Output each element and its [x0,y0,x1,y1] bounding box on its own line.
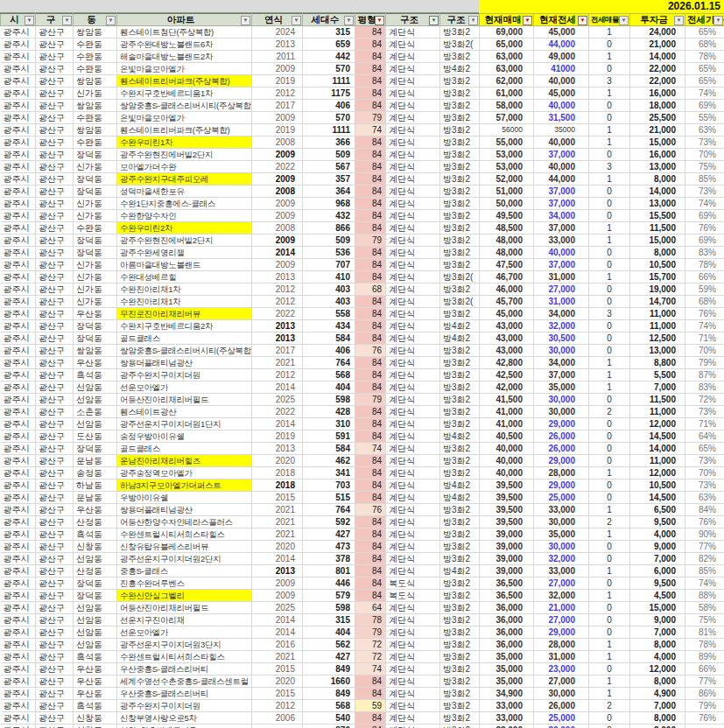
cell-cnt[interactable]: 2 [589,516,630,528]
cell-st2[interactable]: 방3화2 [440,124,480,136]
cell-st2[interactable]: 방3화2 [440,100,480,112]
cell-dong[interactable]: 장덕동 [74,590,117,602]
cell-dong[interactable]: 송정동 [74,467,117,480]
cell-si[interactable]: 광주시 [1,210,36,222]
cell-st1[interactable]: 계단식 [386,161,440,173]
cell-size[interactable]: 84 [355,430,386,443]
cell-size[interactable]: 84 [355,186,386,198]
cell-gu[interactable]: 광산구 [36,149,74,161]
cell-jeonse[interactable]: 29,000 [534,480,589,492]
cell-apt[interactable]: 선운지구진아리채 [117,614,252,626]
cell-rate[interactable]: 75% [685,161,724,173]
cell-cnt[interactable]: 1 [589,136,630,149]
cell-size[interactable]: 84 [355,51,386,63]
cell-si[interactable]: 광주시 [1,75,36,88]
cell-st1[interactable]: 계단식 [386,700,440,712]
cell-dong[interactable]: 신창동 [74,724,117,728]
filter-dropdown-icon[interactable]: ▼ [106,16,116,25]
cell-si[interactable]: 광주시 [1,626,36,639]
cell-st1[interactable]: 계단식 [386,443,440,455]
filter-dropdown-icon[interactable]: ▼ [713,16,723,25]
cell-st2[interactable]: 방4화2 [440,492,480,504]
cell-si[interactable]: 광주시 [1,357,36,369]
cell-rate[interactable]: 70% [685,345,724,357]
cell-st2[interactable]: 방3화2 [440,467,480,480]
cell-inv[interactable]: 13,000 [630,161,685,173]
cell-st2[interactable]: 방3화2 [440,626,480,639]
cell-rate[interactable]: 85% [685,565,724,578]
cell-rate[interactable]: 73% [685,186,724,198]
cell-si[interactable]: 광주시 [1,136,36,149]
cell-sale[interactable]: 48,000 [480,247,534,259]
cell-rate[interactable]: 69% [685,100,724,112]
cell-sale[interactable]: 45,000 [480,308,534,320]
cell-cnt[interactable]: 1 [589,51,630,63]
cell-size[interactable]: 84 [355,455,386,467]
cell-units[interactable]: 406 [303,345,355,357]
column-header-year[interactable]: 연식▼ [252,14,303,26]
cell-inv[interactable]: 8,000 [630,639,685,651]
cell-jeonse[interactable]: 44,000 [534,38,589,51]
cell-size[interactable]: 79 [355,234,386,247]
cell-size[interactable]: 84 [355,332,386,345]
column-header-dong[interactable]: 동▼ [74,14,117,26]
cell-gu[interactable]: 광산구 [36,38,74,51]
cell-jeonse[interactable]: 27,000 [534,676,589,688]
cell-st1[interactable]: 계단식 [386,516,440,528]
cell-inv[interactable]: 15,000 [630,136,685,149]
column-header-gu[interactable]: 구▼ [36,14,74,26]
cell-jeonse[interactable]: 37,000 [534,198,589,210]
cell-jeonse[interactable]: 35,000 [534,382,589,394]
cell-apt[interactable]: 모아엘가더수완 [117,161,252,173]
cell-jeonse[interactable]: 40,000 [534,247,589,259]
cell-st2[interactable]: 방3화2 [440,590,480,602]
cell-units[interactable]: 801 [303,565,355,578]
cell-dong[interactable]: 선암동 [74,418,117,430]
cell-units[interactable]: 341 [303,467,355,480]
cell-jeonse[interactable]: 40,000 [534,75,589,88]
cell-st2[interactable]: 방3화2 [440,26,480,38]
cell-st1[interactable]: 계단식 [386,234,440,247]
cell-inv[interactable]: 19,000 [630,284,685,296]
cell-si[interactable]: 광주시 [1,308,36,320]
cell-rate[interactable]: 76% [685,712,724,724]
cell-units[interactable]: 570 [303,112,355,124]
cell-size[interactable]: 84 [355,553,386,565]
cell-si[interactable]: 광주시 [1,492,36,504]
cell-year[interactable]: 2013 [252,320,303,332]
cell-sale[interactable]: 39,500 [480,504,534,516]
cell-st2[interactable]: 방3화2 [440,418,480,430]
cell-jeonse[interactable]: 30,000 [534,541,589,553]
cell-inv[interactable]: 11,500 [630,394,685,406]
cell-inv[interactable]: 11,000 [630,406,685,418]
cell-inv[interactable]: 13,000 [630,345,685,357]
cell-units[interactable]: 591 [303,430,355,443]
cell-si[interactable]: 광주시 [1,590,36,602]
cell-units[interactable]: 509 [303,234,355,247]
filter-dropdown-icon[interactable]: ▼ [468,16,478,25]
cell-st2[interactable]: 방3화2 [440,688,480,700]
column-header-cnt[interactable]: 전세매물수▼ [589,14,630,26]
cell-inv[interactable]: 4,900 [630,688,685,700]
cell-st1[interactable]: 계단식 [386,528,440,541]
cell-st1[interactable]: 계단식 [386,259,440,271]
cell-jeonse[interactable]: 45,000 [534,88,589,100]
cell-year[interactable]: 2024 [252,26,303,38]
cell-si[interactable]: 광주시 [1,614,36,626]
cell-rate[interactable]: 79% [685,700,724,712]
cell-size[interactable]: 64 [355,602,386,614]
cell-gu[interactable]: 광산구 [36,222,74,234]
cell-apt[interactable]: 우산중흥S-클래스리버티 [117,663,252,676]
cell-sale[interactable]: 56000 [480,124,534,136]
cell-units[interactable]: 866 [303,222,355,234]
cell-si[interactable]: 광주시 [1,504,36,516]
cell-rate[interactable]: 65% [685,443,724,455]
cell-apt[interactable]: 어등산한양수자인테라스플러스 [117,516,252,528]
cell-st2[interactable]: 방3화2 [440,639,480,651]
cell-jeonse[interactable]: 28,000 [534,639,589,651]
cell-sale[interactable]: 39,500 [480,516,534,528]
cell-units[interactable]: 473 [303,541,355,553]
cell-gu[interactable]: 광산구 [36,382,74,394]
cell-size[interactable]: 84 [355,88,386,100]
cell-year[interactable]: 2009 [252,234,303,247]
